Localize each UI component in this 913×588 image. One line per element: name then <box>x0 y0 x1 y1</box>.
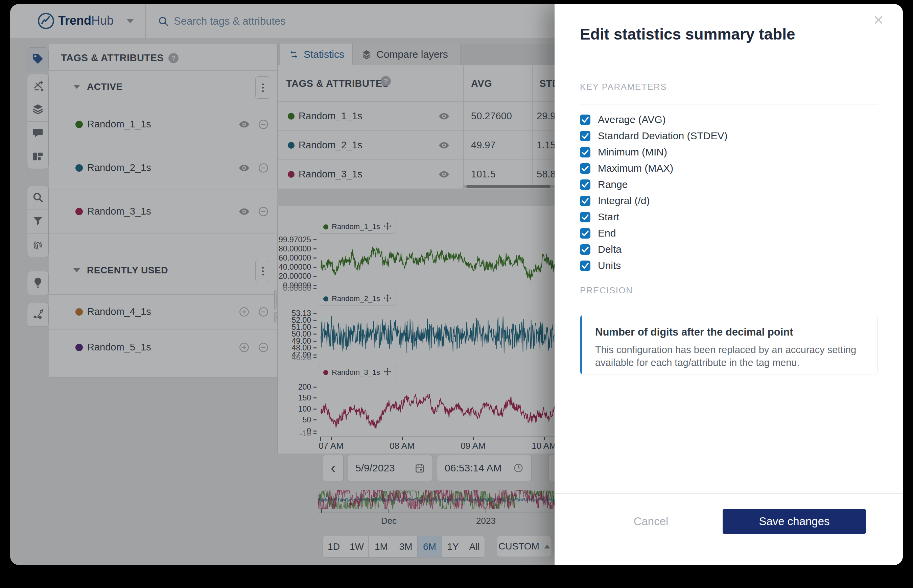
parameter-option: Integral (/d) <box>580 192 877 209</box>
checkbox-checked-icon[interactable] <box>580 228 591 239</box>
close-icon[interactable] <box>869 10 888 29</box>
key-parameters-heading: KEY PARAMETERS <box>580 82 667 92</box>
parameter-label: Average (AVG) <box>598 114 666 125</box>
checkbox-checked-icon[interactable] <box>580 212 591 222</box>
parameter-option: Minimum (MIN) <box>580 144 877 160</box>
footer-divider <box>555 493 903 494</box>
checkbox-checked-icon[interactable] <box>580 163 591 174</box>
parameter-option: Delta <box>580 241 877 257</box>
divider <box>580 307 877 307</box>
precision-heading: PRECISION <box>580 285 633 296</box>
parameter-label: Units <box>598 260 621 271</box>
parameter-label: Integral (/d) <box>598 195 649 207</box>
app-window: TrendHub TAGS & ATTRIBUTES ACTIVE Random… <box>10 4 903 565</box>
parameter-label: Minimum (MIN) <box>598 146 667 158</box>
checkbox-checked-icon[interactable] <box>580 195 591 206</box>
checkbox-checked-icon[interactable] <box>580 131 591 141</box>
parameter-option: End <box>580 225 877 241</box>
checkbox-checked-icon[interactable] <box>580 260 591 271</box>
save-changes-button[interactable]: Save changes <box>723 509 866 534</box>
note-accent-bar <box>580 315 582 375</box>
parameter-label: Start <box>598 211 619 223</box>
parameter-option: Start <box>580 209 877 225</box>
checkbox-checked-icon[interactable] <box>580 115 591 125</box>
note-body-line: available for each tag/attribute in the … <box>595 357 800 368</box>
note-title: Number of digits after the decimal point <box>595 326 793 338</box>
parameter-option: Range <box>580 176 877 192</box>
parameter-option: Average (AVG) <box>580 111 877 128</box>
edit-statistics-modal: Edit statistics summary table KEY PARAME… <box>555 4 903 565</box>
parameter-label: Standard Deviation (STDEV) <box>598 130 728 142</box>
parameter-option: Maximum (MAX) <box>580 160 877 176</box>
parameter-option: Units <box>580 257 877 274</box>
checkbox-checked-icon[interactable] <box>580 244 591 255</box>
parameter-label: Range <box>598 179 628 190</box>
modal-title: Edit statistics summary table <box>580 25 795 43</box>
checkbox-checked-icon[interactable] <box>580 179 591 190</box>
cancel-button[interactable]: Cancel <box>617 509 685 534</box>
checkbox-checked-icon[interactable] <box>580 147 591 157</box>
parameter-option: Standard Deviation (STDEV) <box>580 128 877 144</box>
parameter-label: End <box>598 228 616 239</box>
precision-note-card: Number of digits after the decimal point… <box>580 315 877 375</box>
parameter-label: Maximum (MAX) <box>598 163 673 174</box>
note-body-line: This configuration has been replaced by … <box>595 344 856 355</box>
parameter-label: Delta <box>598 244 622 255</box>
